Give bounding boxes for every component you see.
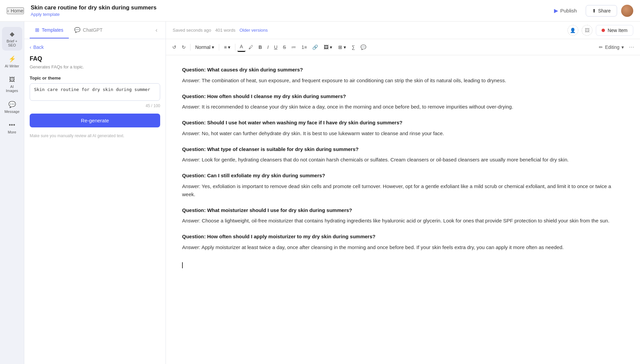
avatar[interactable] bbox=[621, 5, 633, 17]
format-label: Normal bbox=[195, 44, 210, 50]
qa-question: Question: How often should I apply moist… bbox=[182, 233, 624, 241]
sidebar-item-message[interactable]: 💬 Message bbox=[2, 97, 22, 117]
qa-block: Question: What type of cleanser is suita… bbox=[182, 146, 624, 164]
align-icon: ≡ bbox=[224, 44, 227, 50]
share-button[interactable]: ⬆ Share bbox=[586, 5, 617, 17]
back-label: Back bbox=[33, 44, 44, 50]
editing-mode-button[interactable]: ✏ Editing ▾ bbox=[596, 43, 627, 52]
qa-answer: Answer: Apply moisturizer at least twice… bbox=[182, 243, 624, 251]
qa-question: Question: What moisturizer should I use … bbox=[182, 207, 624, 214]
back-button[interactable]: ‹ Back bbox=[30, 44, 44, 50]
ai-writer-icon: ⚡ bbox=[8, 55, 16, 63]
strikethrough-button[interactable]: S bbox=[281, 43, 288, 52]
chatgpt-tab-label: ChatGPT bbox=[83, 27, 103, 33]
chatgpt-tab-icon: 💬 bbox=[74, 27, 81, 33]
align-chevron-icon: ▾ bbox=[228, 44, 230, 50]
link-button[interactable]: 🔗 bbox=[310, 43, 320, 52]
home-button[interactable]: ‹ Home bbox=[7, 7, 24, 14]
sidebar-collapse-button[interactable]: ‹ bbox=[153, 25, 160, 35]
toolbar-divider-2 bbox=[219, 44, 219, 51]
qa-block: Question: How often should I apply moist… bbox=[182, 233, 624, 251]
more-options-icon: ⋯ bbox=[629, 44, 634, 50]
toolbar-divider-3 bbox=[235, 44, 235, 51]
underline-button[interactable]: U bbox=[272, 43, 280, 52]
document-title: Skin care routine for dry skin during su… bbox=[31, 4, 156, 11]
sidebar-item-label-brief-seo: Brief + SEO bbox=[5, 39, 20, 47]
new-item-label: New Item bbox=[608, 28, 628, 33]
bullet-list-icon: ≔ bbox=[291, 44, 296, 50]
regenerate-button[interactable]: Re-generate bbox=[30, 114, 160, 127]
ai-disclaimer: Make sure you manually review all AI gen… bbox=[30, 133, 160, 139]
strike-label: S bbox=[283, 44, 286, 50]
char-count: 45 / 100 bbox=[30, 103, 160, 108]
qa-block: Question: How often should I cleanse my … bbox=[182, 93, 624, 111]
redo-icon: ↻ bbox=[182, 44, 186, 50]
bullet-list-button[interactable]: ≔ bbox=[289, 43, 298, 52]
topbar-home-area: ‹ Home Skin care routine for dry skin du… bbox=[7, 4, 156, 17]
tab-templates[interactable]: ⊞ Templates bbox=[30, 22, 69, 38]
main-layout: ◆ Brief + SEO ⚡ AI Writer 🖼 AI Images 💬 … bbox=[0, 22, 640, 364]
qa-answer: Answer: It is recommended to cleanse you… bbox=[182, 103, 624, 111]
edit-pen-icon: ✏ bbox=[599, 44, 603, 50]
left-nav: ◆ Brief + SEO ⚡ AI Writer 🖼 AI Images 💬 … bbox=[0, 22, 24, 364]
templates-tab-label: Templates bbox=[42, 27, 63, 33]
add-person-icon: 👤 bbox=[570, 28, 576, 33]
sidebar-item-brief-seo[interactable]: ◆ Brief + SEO bbox=[2, 27, 22, 51]
image-action-button[interactable]: 🖼 bbox=[582, 25, 592, 36]
older-versions-link[interactable]: Older versions bbox=[239, 28, 268, 33]
numbered-list-icon: 1≡ bbox=[301, 44, 307, 50]
sidebar-panel: ⊞ Templates 💬 ChatGPT ‹ ‹ Back FAQ Gener… bbox=[24, 22, 166, 364]
sidebar-item-more[interactable]: ••• More bbox=[2, 118, 22, 138]
qa-block: Question: Should I use hot water when wa… bbox=[182, 119, 624, 138]
editing-chevron-icon: ▾ bbox=[621, 44, 624, 50]
qa-block: Question: What moisturizer should I use … bbox=[182, 207, 624, 225]
italic-button[interactable]: I bbox=[265, 43, 271, 52]
toolbar-more-button[interactable]: ⋯ bbox=[627, 42, 636, 52]
table-chevron-icon: ▾ bbox=[344, 44, 346, 50]
numbered-list-button[interactable]: 1≡ bbox=[299, 43, 309, 52]
sidebar-item-label-ai-images: AI Images bbox=[5, 85, 20, 93]
align-select[interactable]: ≡ ▾ bbox=[221, 43, 233, 52]
toolbar: ↺ ↻ Normal ▾ ≡ ▾ A 🖊 B bbox=[166, 39, 640, 55]
sidebar-item-ai-images[interactable]: 🖼 AI Images bbox=[2, 73, 22, 96]
qa-answer: Answer: Choose a lightweight, oil-free m… bbox=[182, 217, 624, 225]
home-label: Home bbox=[11, 8, 23, 13]
link-icon: 🔗 bbox=[312, 44, 318, 50]
formula-button[interactable]: ∑ bbox=[349, 43, 357, 52]
format-chevron-icon: ▾ bbox=[212, 44, 214, 50]
comment-icon: 💬 bbox=[360, 44, 366, 50]
templates-tab-icon: ⊞ bbox=[35, 27, 39, 33]
topic-input[interactable] bbox=[30, 83, 160, 101]
qa-answer: Answer: No, hot water can further dehydr… bbox=[182, 129, 624, 138]
text-color-button[interactable]: A bbox=[237, 42, 245, 52]
topbar-title-area: Skin care routine for dry skin during su… bbox=[31, 4, 156, 17]
comment-button[interactable]: 💬 bbox=[358, 43, 369, 52]
qa-blocks-container: Question: What causes dry skin during su… bbox=[182, 66, 624, 251]
bold-button[interactable]: B bbox=[256, 43, 264, 52]
sidebar-content: ‹ Back FAQ Generates FAQs for a topic. T… bbox=[24, 39, 166, 364]
redo-button[interactable]: ↻ bbox=[179, 43, 188, 52]
qa-block: Question: What causes dry skin during su… bbox=[182, 66, 624, 85]
highlight-button[interactable]: 🖊 bbox=[246, 43, 256, 52]
image-insert-select[interactable]: 🖼 ▾ bbox=[321, 43, 335, 52]
word-count: 401 words bbox=[215, 28, 235, 33]
sidebar-item-ai-writer[interactable]: ⚡ AI Writer bbox=[2, 52, 22, 71]
undo-button[interactable]: ↺ bbox=[170, 43, 179, 52]
toolbar-divider-1 bbox=[190, 44, 191, 51]
new-item-button[interactable]: New Item bbox=[596, 25, 633, 36]
editor-meta: Saved seconds ago 401 words Older versio… bbox=[173, 28, 268, 33]
topbar: ‹ Home Skin care routine for dry skin du… bbox=[0, 0, 640, 22]
apply-template-link[interactable]: Apply template bbox=[31, 12, 156, 17]
editor-topbar: Saved seconds ago 401 words Older versio… bbox=[166, 22, 640, 39]
share-label: Share bbox=[598, 8, 611, 13]
table-select[interactable]: ⊞ ▾ bbox=[336, 43, 349, 52]
undo-icon: ↺ bbox=[172, 44, 176, 50]
tab-chatgpt[interactable]: 💬 ChatGPT bbox=[69, 22, 108, 38]
ai-images-icon: 🖼 bbox=[9, 76, 15, 83]
qa-answer: Answer: The combination of heat, sun exp… bbox=[182, 77, 624, 85]
text-color-icon: A bbox=[240, 44, 243, 49]
add-person-button[interactable]: 👤 bbox=[568, 25, 578, 36]
publish-button[interactable]: ▶ Publish bbox=[549, 5, 581, 17]
format-select[interactable]: Normal ▾ bbox=[193, 43, 217, 52]
editor-content[interactable]: Question: What causes dry skin during su… bbox=[166, 55, 640, 364]
